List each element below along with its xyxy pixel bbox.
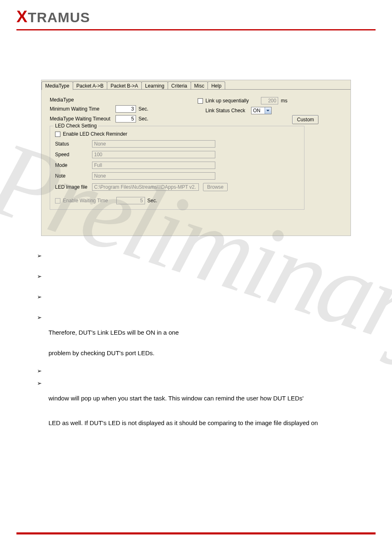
- para-3: window will pop up when you start the ta…: [48, 392, 367, 405]
- link-status-value: ON: [253, 108, 261, 113]
- linkup-seq-label: Link up sequentially: [205, 98, 249, 104]
- right-column: Link up sequentially ms Link Status Chec…: [198, 97, 287, 117]
- min-wait-input[interactable]: [115, 105, 136, 113]
- logo: XTRAMUS: [16, 9, 90, 25]
- logo-x: X: [16, 7, 28, 25]
- tab-bar: MediaType Packet A->B Packet B->A Learni…: [42, 80, 350, 89]
- settings-panel: MediaType Packet A->B Packet B->A Learni…: [41, 80, 351, 236]
- browse-button: Browse: [203, 183, 228, 191]
- para-4: LED as well. If DUT's LED is not display…: [48, 417, 367, 429]
- led-check-fieldset: LED Check Setting Enable LED Check Remin…: [50, 126, 304, 210]
- list-item: [37, 294, 367, 302]
- ms-unit: ms: [281, 98, 287, 104]
- tab-mediatype[interactable]: MediaType: [42, 81, 73, 90]
- logo-rest: TRAMUS: [28, 9, 90, 25]
- linkup-seq-checkbox[interactable]: [198, 98, 203, 104]
- speed-input: [92, 151, 215, 158]
- enable-waiting-wrap: Enable Waiting Time: [55, 198, 108, 204]
- sec-unit-1: Sec.: [138, 106, 148, 112]
- led-check-legend: LED Check Setting: [53, 123, 98, 129]
- enable-waiting-label: Enable Waiting Time: [63, 198, 108, 204]
- enable-led-reminder-checkbox[interactable]: [55, 132, 60, 137]
- mediatype-timeout-label: MediaType Waiting Timeout: [50, 116, 115, 122]
- link-status-dropdown[interactable]: ON: [251, 107, 272, 114]
- para-2: problem by checking DUT's port LEDs.: [48, 347, 367, 359]
- list-item: [37, 368, 367, 376]
- tab-packet-ab[interactable]: Packet A->B: [73, 81, 107, 90]
- para-1: Therefore, DUT's Link LEDs will be ON in…: [48, 326, 367, 339]
- list-item: [37, 273, 367, 281]
- speed-label: Speed: [55, 152, 92, 157]
- header: XTRAMUS: [0, 0, 392, 29]
- ms-input: [261, 97, 278, 104]
- header-rule: [16, 29, 376, 30]
- tab-packet-ba[interactable]: Packet B->A: [107, 81, 142, 90]
- min-wait-label: Minimum Waiting Time: [50, 106, 115, 112]
- list-item: [37, 252, 367, 261]
- note-input: [92, 172, 215, 180]
- bullet-list: [37, 252, 367, 322]
- tab-misc[interactable]: Misc: [191, 81, 208, 90]
- led-image-label: LED Image file: [55, 184, 92, 190]
- bullet-list-2: [37, 368, 367, 388]
- enable-led-reminder-label: Enable LED Check Reminder: [63, 131, 127, 137]
- list-item: [37, 380, 367, 388]
- tab-body: MediaType Minimum Waiting Time Sec. Medi…: [42, 89, 350, 236]
- led-image-input: [92, 183, 199, 191]
- custom-button[interactable]: Custom: [292, 115, 318, 124]
- mode-input: [92, 162, 215, 169]
- mediatype-label: MediaType: [50, 97, 115, 103]
- mode-label: Mode: [55, 162, 92, 168]
- tab-help[interactable]: Help: [208, 81, 225, 90]
- enable-waiting-checkbox: [55, 198, 60, 204]
- status-input: [92, 140, 215, 148]
- note-label: Note: [55, 173, 92, 179]
- sec-unit-2: Sec.: [138, 116, 148, 122]
- list-item: [37, 314, 367, 322]
- tab-learning[interactable]: Learning: [141, 81, 168, 90]
- footer-rule: [16, 532, 376, 534]
- status-label: Status: [55, 141, 92, 147]
- link-status-label: Link Status Check: [205, 108, 245, 113]
- sec-unit-3: Sec.: [148, 198, 157, 204]
- mediatype-timeout-input[interactable]: [115, 115, 136, 123]
- chevron-down-icon: [265, 107, 271, 114]
- enable-waiting-input: [116, 197, 145, 204]
- content: Preliminary MediaType Packet A->B Packet…: [0, 80, 392, 429]
- tab-criteria[interactable]: Criteria: [168, 81, 191, 90]
